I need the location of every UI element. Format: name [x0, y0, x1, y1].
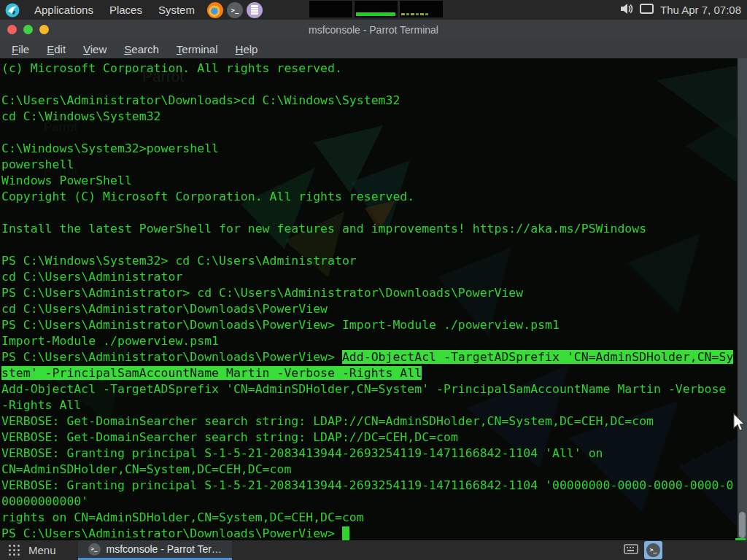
terminal-line: PS C:\Users\Administrator\Downloads\Powe… [1, 317, 747, 333]
terminal-output[interactable]: (c) Microsoft Corporation. All rights re… [0, 58, 747, 540]
terminal-line: cd C:\Windows\System32 [1, 109, 747, 125]
terminal-line: VERBOSE: Get-DomainSearcher search strin… [1, 429, 747, 446]
menu-edit[interactable]: Edit [38, 42, 74, 57]
workspace-thumbnail-2[interactable] [355, 1, 398, 18]
terminal-line: VERBOSE: Get-DomainSearcher search strin… [1, 413, 747, 429]
terminal-bottom-indicator [735, 538, 746, 540]
terminal-line: Copyright (C) Microsoft Corporation. All… [1, 189, 747, 205]
keyboard-layout-icon[interactable] [624, 543, 638, 558]
taskbar-menu-button[interactable]: Menu [28, 544, 56, 556]
terminal-scrollbar[interactable] [738, 58, 747, 540]
terminal-line [1, 77, 747, 93]
bottom-taskbar: Menu >_ msfconsole - Parrot Ter… >_ [0, 540, 747, 560]
parrot-menu-icon[interactable] [5, 3, 20, 18]
terminal-icon: >_ [646, 543, 660, 557]
close-button[interactable] [7, 25, 17, 34]
terminal-line: C:\Users\Administrator\Downloads>cd C:\W… [1, 93, 747, 109]
system-tray: >_ [624, 541, 662, 559]
menu-view[interactable]: View [74, 42, 115, 57]
terminal-line: PS C:\Users\Administrator> cd C:\Users\A… [1, 285, 747, 301]
menu-help[interactable]: Help [227, 42, 267, 57]
maximize-button[interactable] [39, 25, 49, 34]
terminal-menubar: FileEditViewSearchTerminalHelp [0, 39, 747, 58]
terminal-line [1, 125, 747, 141]
terminal-line: PS C:\Windows\System32> cd C:\Users\Admi… [1, 253, 747, 269]
menu-terminal[interactable]: Terminal [168, 42, 227, 57]
text-editor-icon[interactable] [247, 2, 263, 18]
app-grid-icon[interactable] [9, 545, 20, 556]
panel-launchers: >_ [207, 2, 263, 18]
terminal-line: rights on CN=AdminSDHolder,CN=System,DC=… [1, 510, 747, 526]
panel-menu-applications[interactable]: Applications [26, 1, 101, 19]
terminal-line: cd C:\Users\Administrator [1, 269, 747, 285]
terminal-icon: >_ [88, 543, 101, 556]
top-panel: ApplicationsPlacesSystem >_ Thu Apr 7, 0… [0, 0, 747, 20]
terminal-line: Install the latest PowerShell for new fe… [1, 221, 747, 237]
terminal-line: powershell [1, 157, 747, 173]
terminal-line: PS C:\Users\Administrator\Downloads\Powe… [1, 526, 747, 540]
menu-file[interactable]: File [3, 42, 38, 57]
terminal-icon[interactable]: >_ [227, 2, 243, 18]
terminal-line: VERBOSE: Granting principal S-1-5-21-208… [1, 446, 747, 462]
terminal-cursor [342, 526, 349, 540]
terminal-line: CN=AdminSDHolder,CN=System,DC=CEH,DC=com [1, 462, 747, 478]
terminal-line: 00000000000' [1, 494, 747, 510]
terminal-line [1, 205, 747, 221]
terminal-tray-icon[interactable]: >_ [644, 541, 662, 559]
terminal-line: C:\Windows\System32>powershell [1, 141, 747, 157]
volume-icon[interactable] [620, 3, 633, 17]
panel-menu-places[interactable]: Places [101, 1, 150, 19]
menu-search[interactable]: Search [115, 42, 168, 57]
terminal-line: (c) Microsoft Corporation. All rights re… [1, 61, 747, 77]
terminal-line: cd C:\Users\Administrator\Downloads\Powe… [1, 301, 747, 317]
taskbar-window-label: msfconsole - Parrot Ter… [107, 543, 222, 555]
terminal-window: msfconsole - Parrot Terminal FileEditVie… [0, 20, 747, 540]
taskbar-window-button[interactable]: >_ msfconsole - Parrot Ter… [78, 540, 232, 560]
minimize-button[interactable] [23, 25, 33, 34]
terminal-viewport[interactable]: Parrot Parrot Parrot (c) Microsoft Corpo… [0, 58, 747, 540]
window-titlebar[interactable]: msfconsole - Parrot Terminal [0, 20, 747, 39]
workspace-thumbnail-1[interactable] [309, 1, 352, 18]
scrollbar-thumb[interactable] [739, 512, 746, 538]
workspace-thumbnail-3[interactable] [400, 1, 443, 18]
panel-menus: ApplicationsPlacesSystem [26, 1, 203, 19]
terminal-line: stem' -PrincipalSamAccountName Martin -V… [1, 365, 747, 381]
panel-status-area: Thu Apr 7, 07:08 [620, 3, 747, 17]
terminal-line: Add-ObjectAcl -TargetADSprefix 'CN=Admin… [1, 381, 747, 397]
mouse-cursor [732, 413, 746, 432]
terminal-line: Import-Module ./powerview.psm1 [1, 333, 747, 349]
terminal-line [1, 237, 747, 253]
terminal-line: VERBOSE: Granting principal S-1-5-21-208… [1, 478, 747, 494]
panel-clock[interactable]: Thu Apr 7, 07:08 [660, 4, 741, 16]
terminal-line: -Rights All [1, 397, 747, 413]
display-icon[interactable] [640, 4, 654, 17]
window-title: msfconsole - Parrot Terminal [0, 24, 747, 36]
terminal-line: Windows PowerShell [1, 173, 747, 189]
firefox-icon[interactable] [207, 2, 223, 18]
panel-menu-system[interactable]: System [150, 1, 203, 19]
terminal-line: PS C:\Users\Administrator\Downloads\Powe… [1, 349, 747, 365]
workspace-switcher [309, 1, 443, 18]
